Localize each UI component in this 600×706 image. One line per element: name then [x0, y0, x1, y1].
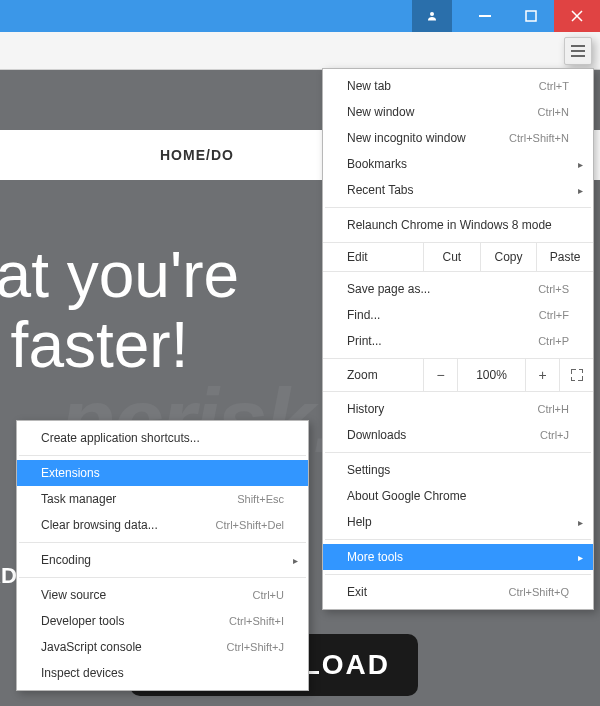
- more-tools-submenu: Create application shortcuts... Extensio…: [16, 420, 309, 691]
- zoom-value: 100%: [457, 359, 525, 391]
- menu-bookmarks[interactable]: Bookmarks▸: [323, 151, 593, 177]
- submenu-clear-data[interactable]: Clear browsing data...Ctrl+Shift+Del: [17, 512, 308, 538]
- user-button[interactable]: [412, 0, 452, 32]
- window-titlebar: [0, 0, 600, 32]
- side-text: D AD: [0, 540, 17, 588]
- menu-edit-row: Edit Cut Copy Paste: [323, 242, 593, 272]
- menu-new-tab[interactable]: New tabCtrl+T: [323, 73, 593, 99]
- menu-separator: [19, 577, 306, 578]
- submenu-view-source[interactable]: View sourceCtrl+U: [17, 582, 308, 608]
- submenu-dev-tools[interactable]: Developer toolsCtrl+Shift+I: [17, 608, 308, 634]
- menu-history[interactable]: HistoryCtrl+H: [323, 396, 593, 422]
- paste-button[interactable]: Paste: [536, 243, 593, 271]
- menu-relaunch[interactable]: Relaunch Chrome in Windows 8 mode: [323, 212, 593, 238]
- browser-toolbar: ☆: [0, 32, 600, 70]
- submenu-create-shortcuts[interactable]: Create application shortcuts...: [17, 425, 308, 451]
- maximize-icon: [525, 10, 537, 22]
- menu-separator: [19, 455, 306, 456]
- menu-exit[interactable]: ExitCtrl+Shift+Q: [323, 579, 593, 605]
- svg-rect-1: [479, 15, 491, 17]
- menu-new-incognito[interactable]: New incognito windowCtrl+Shift+N: [323, 125, 593, 151]
- menu-recent-tabs[interactable]: Recent Tabs▸: [323, 177, 593, 203]
- menu-zoom-row: Zoom − 100% +: [323, 358, 593, 392]
- maximize-button[interactable]: [508, 0, 554, 32]
- menu-new-window[interactable]: New windowCtrl+N: [323, 99, 593, 125]
- minimize-button[interactable]: [462, 0, 508, 32]
- chevron-right-icon: ▸: [578, 159, 583, 170]
- svg-point-0: [430, 12, 434, 16]
- copy-button[interactable]: Copy: [480, 243, 537, 271]
- chrome-main-menu: New tabCtrl+T New windowCtrl+N New incog…: [322, 68, 594, 610]
- svg-rect-2: [526, 11, 536, 21]
- chevron-right-icon: ▸: [578, 517, 583, 528]
- breadcrumb: HOME/DO: [160, 147, 234, 163]
- submenu-encoding[interactable]: Encoding▸: [17, 547, 308, 573]
- close-icon: [571, 10, 583, 22]
- menu-separator: [325, 207, 591, 208]
- hamburger-icon: [571, 45, 585, 57]
- menu-downloads[interactable]: DownloadsCtrl+J: [323, 422, 593, 448]
- menu-print[interactable]: Print...Ctrl+P: [323, 328, 593, 354]
- edit-label: Edit: [323, 243, 423, 271]
- menu-separator: [325, 539, 591, 540]
- menu-save-as[interactable]: Save page as...Ctrl+S: [323, 276, 593, 302]
- fullscreen-button[interactable]: [559, 359, 593, 391]
- menu-settings[interactable]: Settings: [323, 457, 593, 483]
- zoom-in-button[interactable]: +: [525, 359, 559, 391]
- fullscreen-icon: [571, 369, 583, 381]
- hero-text: hat you're faster!: [0, 240, 239, 381]
- close-button[interactable]: [554, 0, 600, 32]
- zoom-label: Zoom: [323, 359, 423, 391]
- menu-help[interactable]: Help▸: [323, 509, 593, 535]
- cut-button[interactable]: Cut: [423, 243, 480, 271]
- chevron-right-icon: ▸: [293, 555, 298, 566]
- menu-separator: [19, 542, 306, 543]
- zoom-out-button[interactable]: −: [423, 359, 457, 391]
- menu-more-tools[interactable]: More tools▸: [323, 544, 593, 570]
- minimize-icon: [479, 10, 491, 22]
- submenu-inspect-devices[interactable]: Inspect devices: [17, 660, 308, 686]
- menu-separator: [325, 574, 591, 575]
- user-icon: [426, 10, 438, 22]
- menu-find[interactable]: Find...Ctrl+F: [323, 302, 593, 328]
- menu-about[interactable]: About Google Chrome: [323, 483, 593, 509]
- submenu-extensions[interactable]: Extensions: [17, 460, 308, 486]
- chevron-right-icon: ▸: [578, 552, 583, 563]
- chrome-menu-button[interactable]: [564, 37, 592, 65]
- submenu-task-manager[interactable]: Task managerShift+Esc: [17, 486, 308, 512]
- submenu-js-console[interactable]: JavaScript consoleCtrl+Shift+J: [17, 634, 308, 660]
- menu-separator: [325, 452, 591, 453]
- chevron-right-icon: ▸: [578, 185, 583, 196]
